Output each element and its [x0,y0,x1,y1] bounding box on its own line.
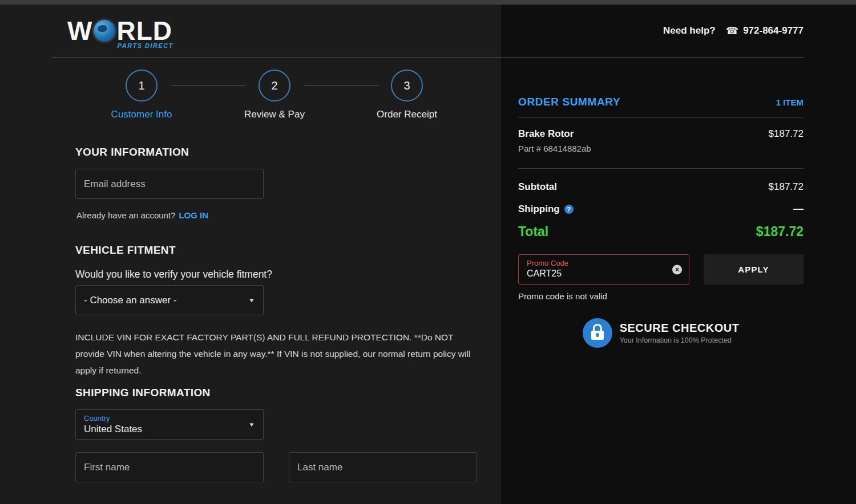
need-help-text: Need help? [663,25,716,36]
secure-checkout-title: SECURE CHECKOUT [620,322,740,335]
secure-checkout-badge: SECURE CHECKOUT Your Information is 100%… [518,318,803,348]
promo-code-label: Promo Code [527,259,666,267]
step-3-circle: 3 [391,70,423,101]
name-fields-row [75,452,501,482]
shipping-information-heading: SHIPPING INFORMATION [75,387,501,399]
world-parts-direct-logo[interactable]: W RLD PARTS DIRECT [67,18,172,44]
secure-checkout-text: SECURE CHECKOUT Your Information is 100%… [620,322,740,344]
logo-tagline: PARTS DIRECT [118,43,173,49]
shipping-row: Shipping ? — [518,203,803,215]
item-price: $187.72 [769,128,803,140]
help-header: Need help? ☎ 972-864-9777 [518,5,803,57]
total-value: $187.72 [756,224,803,239]
cart-item-row: Brake Rotor $187.72 [518,128,803,140]
apply-promo-button[interactable]: APPLY [704,254,803,284]
top-strip [0,0,856,5]
promo-code-input[interactable] [527,269,666,279]
shipping-help-icon[interactable]: ? [564,205,574,214]
shipping-label-wrap: Shipping ? [518,204,574,215]
step-2-number: 2 [271,79,277,92]
promo-code-field[interactable]: Promo Code × [518,254,689,284]
fitment-select[interactable]: - Choose an answer - ▼ [75,285,264,315]
logo-text-prefix: W [67,18,92,44]
vin-disclaimer: INCLUDE VIN FOR EXACT FACTORY PART(S) AN… [75,329,478,379]
first-name-input[interactable] [75,452,264,482]
step-review-pay[interactable]: 2 Review & Pay [229,70,320,120]
step-3-label: Order Receipt [377,109,437,120]
total-label: Total [518,224,548,239]
promo-code-row: Promo Code × APPLY [518,254,803,284]
checkout-stepper: 1 Customer Info 2 Review & Pay 3 Order R… [75,70,478,131]
country-select-label: Country [84,414,110,422]
subtotal-row: Subtotal $187.72 [518,181,803,193]
promo-error-message: Promo code is not valid [518,291,803,301]
account-prompt-row: Already have an account?LOG IN [76,210,501,220]
subtotal-value: $187.72 [769,181,803,193]
last-name-input[interactable] [289,452,477,482]
country-select[interactable]: Country United States ▼ [75,409,264,440]
divider [518,168,803,169]
fitment-select-value: - Choose an answer - [84,295,177,306]
item-part-number: Part # 68414882ab [518,144,803,153]
step-2-label: Review & Pay [244,109,305,120]
order-summary-header: ORDER SUMMARY 1 ITEM [518,96,803,108]
email-input[interactable] [75,169,264,199]
step-1-label: Customer Info [111,109,172,120]
total-row: Total $187.72 [518,224,803,239]
step-1-number: 1 [138,79,144,92]
account-prompt-text: Already have an account? [76,210,175,220]
divider [518,117,803,118]
step-order-receipt[interactable]: 3 Order Receipt [361,70,453,120]
site-header: W RLD PARTS DIRECT [0,5,501,57]
country-select-value: United States [84,424,142,435]
shipping-value: — [793,203,803,215]
logo-text-suffix: RLD [116,18,172,44]
secure-checkout-subtitle: Your Information is 100% Protected [620,336,740,344]
step-2-circle: 2 [259,70,290,101]
your-information-heading: YOUR INFORMATION [75,146,501,158]
vehicle-fitment-heading: VEHICLE FITMENT [75,244,501,257]
checkout-page: W RLD PARTS DIRECT 1 Customer Info [0,0,856,504]
clear-promo-icon[interactable]: × [672,265,682,274]
globe-icon [94,20,115,42]
step-3-number: 3 [403,79,410,92]
logo-wordmark: W RLD [67,18,172,44]
main-column: W RLD PARTS DIRECT 1 Customer Info [0,5,501,504]
step-1-circle: 1 [126,70,158,101]
header-divider [51,57,805,58]
lock-icon [583,318,612,348]
phone-number-link[interactable]: 972-864-9777 [743,25,803,36]
subtotal-label: Subtotal [518,181,557,193]
chevron-down-icon: ▼ [248,297,255,303]
chevron-down-icon: ▼ [248,421,255,428]
log-in-link[interactable]: LOG IN [179,210,208,220]
order-summary-title: ORDER SUMMARY [518,96,620,108]
shipping-label: Shipping [518,204,560,215]
item-name: Brake Rotor [518,128,574,140]
fitment-question: Would you like to verify your vehicle fi… [75,266,272,283]
item-count-badge: 1 ITEM [776,97,803,107]
order-summary-sidebar: Need help? ☎ 972-864-9777 ORDER SUMMARY … [501,5,856,504]
phone-icon: ☎ [726,25,738,37]
step-customer-info[interactable]: 1 Customer Info [96,70,187,120]
